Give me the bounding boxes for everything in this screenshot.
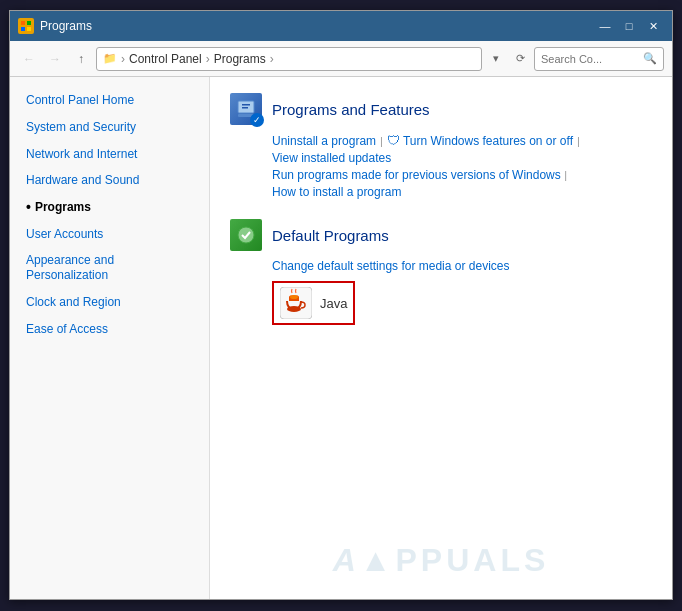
sidebar-item-control-panel-home[interactable]: Control Panel Home: [10, 87, 209, 114]
section-header-paf: ✓ Programs and Features: [230, 93, 652, 125]
default-programs-title[interactable]: Default Programs: [272, 227, 389, 244]
sidebar: Control Panel Home System and Security N…: [10, 77, 210, 599]
path-control-panel[interactable]: Control Panel: [129, 52, 202, 66]
watermark: A▲PPUALS: [333, 542, 550, 579]
title-bar: Programs — □ ✕: [10, 11, 672, 41]
svg-rect-0: [21, 21, 25, 25]
shield-badge: ✓: [250, 113, 264, 127]
main-window: Programs — □ ✕ ← → ↑ 📁 › Control Panel ›…: [9, 10, 673, 600]
maximize-button[interactable]: □: [618, 15, 640, 37]
forward-button[interactable]: →: [44, 48, 66, 70]
window-icon: [18, 18, 34, 34]
run-programs-link[interactable]: Run programs made for previous versions …: [272, 168, 561, 182]
java-icon: [280, 287, 312, 319]
uninstall-link[interactable]: Uninstall a program: [272, 134, 376, 148]
link-row-4: How to install a program: [272, 185, 652, 199]
default-programs-links: Change default settings for media or dev…: [230, 259, 652, 273]
shield-icon-small: 🛡: [387, 133, 400, 148]
up-button[interactable]: ↑: [70, 48, 92, 70]
programs-and-features-title[interactable]: Programs and Features: [272, 101, 430, 118]
programs-and-features-icon: ✓: [230, 93, 262, 125]
minimize-button[interactable]: —: [594, 15, 616, 37]
active-bullet: •: [26, 199, 31, 216]
svg-rect-2: [21, 27, 25, 31]
programs-and-features-links: Uninstall a program | 🛡 Turn Windows fea…: [230, 133, 652, 199]
refresh-button[interactable]: ⟳: [510, 48, 530, 70]
search-icon: 🔍: [643, 52, 657, 65]
default-programs-icon: [230, 219, 262, 251]
sidebar-item-programs: • Programs: [10, 194, 209, 221]
default-programs-section: Default Programs Change default settings…: [230, 219, 652, 325]
svg-rect-3: [27, 27, 31, 31]
svg-rect-7: [242, 107, 248, 109]
path-programs[interactable]: Programs: [214, 52, 266, 66]
sidebar-item-appearance-and-personalization[interactable]: Appearance andPersonalization: [10, 248, 209, 289]
link-row-change-default: Change default settings for media or dev…: [272, 259, 652, 273]
back-button[interactable]: ←: [18, 48, 40, 70]
window-title: Programs: [40, 19, 594, 33]
sidebar-item-ease-of-access[interactable]: Ease of Access: [10, 316, 209, 343]
link-row-3: Run programs made for previous versions …: [272, 168, 652, 182]
dropdown-button[interactable]: ▾: [486, 48, 506, 70]
sidebar-item-hardware-and-sound[interactable]: Hardware and Sound: [10, 167, 209, 194]
svg-point-11: [290, 295, 298, 299]
java-label: Java: [320, 296, 347, 311]
svg-rect-1: [27, 21, 31, 25]
sidebar-item-user-accounts[interactable]: User Accounts: [10, 221, 209, 248]
content-area: ✓ Programs and Features Uninstall a prog…: [210, 77, 672, 599]
close-button[interactable]: ✕: [642, 15, 664, 37]
section-header-dp: Default Programs: [230, 219, 652, 251]
search-box[interactable]: 🔍: [534, 47, 664, 71]
link-row-1: Uninstall a program | 🛡 Turn Windows fea…: [272, 133, 652, 148]
how-to-install-link[interactable]: How to install a program: [272, 185, 401, 199]
svg-point-8: [238, 227, 254, 243]
programs-and-features-section: ✓ Programs and Features Uninstall a prog…: [230, 93, 652, 199]
address-path[interactable]: 📁 › Control Panel › Programs ›: [96, 47, 482, 71]
sidebar-item-system-and-security[interactable]: System and Security: [10, 114, 209, 141]
svg-rect-6: [242, 104, 250, 106]
address-bar: ← → ↑ 📁 › Control Panel › Programs › ▾ ⟳…: [10, 41, 672, 77]
view-installed-updates-link[interactable]: View installed updates: [272, 151, 391, 165]
sidebar-item-clock-and-region[interactable]: Clock and Region: [10, 289, 209, 316]
link-row-2: View installed updates: [272, 151, 652, 165]
sidebar-item-programs-label: Programs: [35, 199, 91, 216]
java-item[interactable]: Java: [272, 281, 355, 325]
window-controls: — □ ✕: [594, 15, 664, 37]
search-input[interactable]: [541, 53, 639, 65]
sidebar-item-network-and-internet[interactable]: Network and Internet: [10, 141, 209, 168]
main-area: Control Panel Home System and Security N…: [10, 77, 672, 599]
turn-windows-features-link[interactable]: Turn Windows features on or off: [403, 134, 573, 148]
change-default-link[interactable]: Change default settings for media or dev…: [272, 259, 509, 273]
